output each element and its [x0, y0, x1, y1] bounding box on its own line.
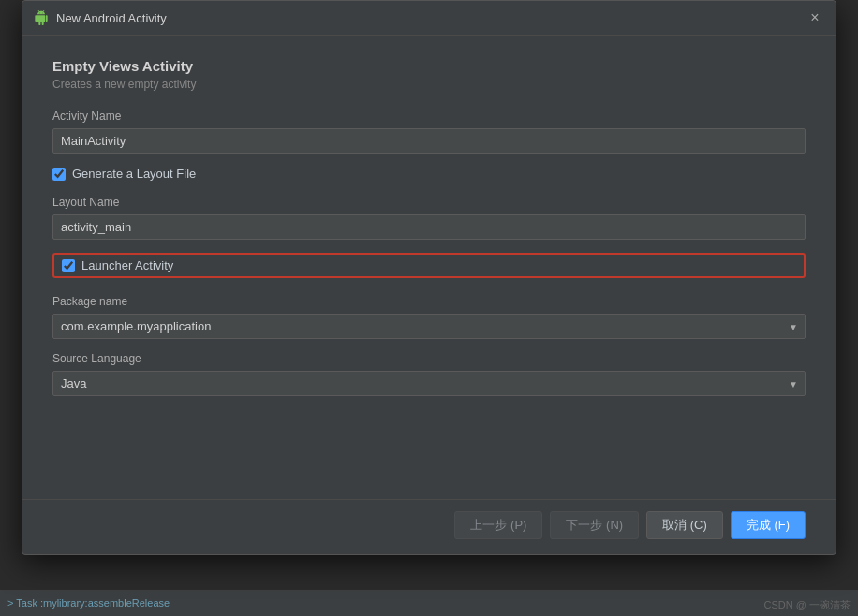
dialog-footer: 上一步 (P) 下一步 (N) 取消 (C) 完成 (F) — [22, 499, 836, 554]
bottom-bar-code: > Task :mylibrary:assembleRelease — [7, 597, 170, 609]
launcher-activity-checkbox[interactable] — [62, 259, 75, 272]
section-title: Empty Views Activity — [52, 58, 806, 74]
generate-layout-row: Generate a Layout File — [52, 167, 806, 181]
watermark: CSDN @ 一碗清茶 — [764, 598, 851, 612]
dialog-body: Empty Views Activity Creates a new empty… — [22, 36, 836, 499]
cancel-button[interactable]: 取消 (C) — [646, 511, 723, 539]
prev-button[interactable]: 上一步 (P) — [454, 511, 542, 539]
finish-button[interactable]: 完成 (F) — [731, 511, 806, 539]
dialog-title: New Android Activity — [56, 11, 167, 25]
new-android-activity-dialog: New Android Activity × Empty Views Activ… — [22, 0, 836, 555]
section-subtitle: Creates a new empty activity — [52, 78, 806, 91]
android-icon — [34, 10, 49, 25]
package-name-label: Package name — [52, 295, 806, 308]
generate-layout-checkbox[interactable] — [52, 168, 66, 181]
body-spacer — [52, 409, 806, 484]
close-button[interactable]: × — [806, 8, 824, 27]
package-name-wrapper: com.example.myapplication ▼ — [52, 314, 806, 339]
launcher-activity-label[interactable]: Launcher Activity — [81, 258, 173, 272]
launcher-activity-row: Launcher Activity — [52, 253, 806, 278]
layout-name-label: Layout Name — [52, 196, 806, 209]
activity-name-label: Activity Name — [52, 110, 806, 123]
layout-name-input[interactable] — [52, 214, 806, 240]
generate-layout-label[interactable]: Generate a Layout File — [72, 167, 196, 181]
source-language-wrapper: Java Kotlin ▼ — [52, 371, 806, 396]
activity-name-input[interactable] — [52, 128, 806, 154]
next-button[interactable]: 下一步 (N) — [550, 511, 639, 539]
source-language-label: Source Language — [52, 352, 806, 365]
dialog-titlebar: New Android Activity × — [22, 1, 836, 36]
package-name-select[interactable]: com.example.myapplication — [52, 314, 806, 339]
source-language-select[interactable]: Java Kotlin — [52, 371, 806, 396]
dialog-title-left: New Android Activity — [34, 10, 167, 25]
bottom-bar: > Task :mylibrary:assembleRelease — [0, 590, 858, 616]
